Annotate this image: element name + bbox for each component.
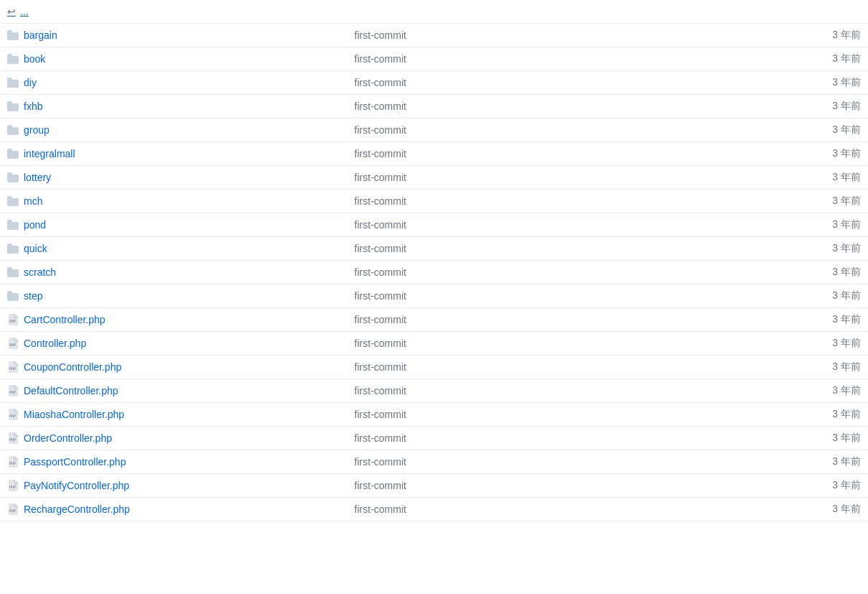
commit-link[interactable]: first-commit bbox=[355, 29, 406, 41]
folder-icon bbox=[7, 220, 19, 230]
file-table: bargain first-commit 3 年前 book first-com… bbox=[0, 24, 868, 521]
commit-link[interactable]: first-commit bbox=[355, 219, 406, 231]
php-file-icon: PHP bbox=[7, 456, 19, 468]
commit-link[interactable]: first-commit bbox=[355, 480, 406, 491]
back-navigation[interactable]: ↩ ... bbox=[0, 0, 868, 24]
file-link[interactable]: PHP RechargeController.php bbox=[7, 503, 340, 515]
commit-cell: first-commit bbox=[347, 71, 738, 95]
table-row: book first-commit 3 年前 bbox=[0, 47, 868, 71]
table-row: PHP PayNotifyController.php first-commit… bbox=[0, 474, 868, 498]
table-row: PHP RechargeController.php first-commit … bbox=[0, 498, 868, 521]
folder-icon bbox=[7, 196, 19, 206]
php-file-icon: PHP bbox=[7, 314, 19, 325]
commit-link[interactable]: first-commit bbox=[355, 338, 406, 349]
commit-link[interactable]: first-commit bbox=[355, 172, 406, 183]
folder-link[interactable]: scratch bbox=[7, 266, 340, 278]
file-link[interactable]: PHP PayNotifyController.php bbox=[7, 480, 340, 491]
commit-cell: first-commit bbox=[347, 166, 738, 190]
commit-link[interactable]: first-commit bbox=[355, 385, 406, 396]
time-cell: 3 年前 bbox=[738, 24, 868, 47]
file-link[interactable]: PHP PassportController.php bbox=[7, 456, 340, 468]
table-row: pond first-commit 3 年前 bbox=[0, 213, 868, 237]
commit-link[interactable]: first-commit bbox=[355, 266, 406, 278]
file-link[interactable]: PHP OrderController.php bbox=[7, 432, 340, 444]
folder-link[interactable]: book bbox=[7, 53, 340, 65]
folder-name: pond bbox=[24, 219, 46, 231]
commit-cell: first-commit bbox=[347, 284, 738, 308]
table-row: scratch first-commit 3 年前 bbox=[0, 261, 868, 284]
folder-name-cell: quick bbox=[0, 237, 347, 261]
folder-name-cell: group bbox=[0, 119, 347, 142]
time-cell: 3 年前 bbox=[738, 119, 868, 142]
back-dots-label: ... bbox=[20, 6, 29, 17]
folder-link[interactable]: pond bbox=[7, 219, 340, 231]
folder-link[interactable]: group bbox=[7, 124, 340, 136]
commit-link[interactable]: first-commit bbox=[355, 243, 406, 254]
commit-cell: first-commit bbox=[347, 47, 738, 71]
folder-link[interactable]: mch bbox=[7, 195, 340, 207]
table-row: integralmall first-commit 3 年前 bbox=[0, 142, 868, 166]
table-row: PHP PassportController.php first-commit … bbox=[0, 450, 868, 474]
file-name: RechargeController.php bbox=[24, 503, 130, 515]
file-name: PayNotifyController.php bbox=[24, 480, 129, 491]
folder-link[interactable]: bargain bbox=[7, 29, 340, 41]
commit-link[interactable]: first-commit bbox=[355, 53, 406, 65]
folder-link[interactable]: step bbox=[7, 290, 340, 302]
folder-link[interactable]: diy bbox=[7, 77, 340, 88]
commit-link[interactable]: first-commit bbox=[355, 432, 406, 444]
commit-link[interactable]: first-commit bbox=[355, 77, 406, 88]
commit-link[interactable]: first-commit bbox=[355, 290, 406, 302]
back-arrow-icon: ↩ bbox=[7, 6, 16, 17]
time-cell: 3 年前 bbox=[738, 308, 868, 332]
table-row: PHP CartController.php first-commit 3 年前 bbox=[0, 308, 868, 332]
folder-icon bbox=[7, 267, 19, 277]
folder-link[interactable]: integralmall bbox=[7, 148, 340, 159]
folder-link[interactable]: fxhb bbox=[7, 101, 340, 112]
commit-link[interactable]: first-commit bbox=[355, 148, 406, 159]
folder-link[interactable]: quick bbox=[7, 243, 340, 254]
file-link[interactable]: PHP MiaoshaController.php bbox=[7, 409, 340, 420]
file-name-cell: PHP OrderController.php bbox=[0, 427, 347, 450]
time-cell: 3 年前 bbox=[738, 190, 868, 213]
folder-name: group bbox=[24, 124, 50, 136]
commit-link[interactable]: first-commit bbox=[355, 195, 406, 207]
svg-text:PHP: PHP bbox=[9, 509, 16, 513]
folder-name: diy bbox=[24, 77, 37, 88]
commit-link[interactable]: first-commit bbox=[355, 361, 406, 373]
commit-link[interactable]: first-commit bbox=[355, 456, 406, 468]
folder-icon bbox=[7, 149, 19, 159]
file-name: PassportController.php bbox=[24, 456, 126, 468]
svg-text:PHP: PHP bbox=[9, 414, 16, 418]
table-row: PHP OrderController.php first-commit 3 年… bbox=[0, 427, 868, 450]
folder-icon bbox=[7, 291, 19, 301]
commit-cell: first-commit bbox=[347, 190, 738, 213]
commit-link[interactable]: first-commit bbox=[355, 124, 406, 136]
file-link[interactable]: PHP DefaultController.php bbox=[7, 385, 340, 396]
folder-name-cell: scratch bbox=[0, 261, 347, 284]
commit-cell: first-commit bbox=[347, 498, 738, 521]
folder-name: bargain bbox=[24, 29, 57, 41]
commit-link[interactable]: first-commit bbox=[355, 409, 406, 420]
file-link[interactable]: PHP Controller.php bbox=[7, 338, 340, 349]
commit-link[interactable]: first-commit bbox=[355, 503, 406, 515]
folder-name: lottery bbox=[24, 172, 51, 183]
php-file-icon: PHP bbox=[7, 432, 19, 444]
time-cell: 3 年前 bbox=[738, 450, 868, 474]
file-name-cell: PHP MiaoshaController.php bbox=[0, 403, 347, 427]
commit-cell: first-commit bbox=[347, 142, 738, 166]
time-cell: 3 年前 bbox=[738, 237, 868, 261]
file-link[interactable]: PHP CartController.php bbox=[7, 314, 340, 325]
time-cell: 3 年前 bbox=[738, 213, 868, 237]
file-name: DefaultController.php bbox=[24, 385, 118, 396]
file-link[interactable]: PHP CouponController.php bbox=[7, 361, 340, 373]
commit-cell: first-commit bbox=[347, 213, 738, 237]
time-cell: 3 年前 bbox=[738, 166, 868, 190]
commit-link[interactable]: first-commit bbox=[355, 101, 406, 112]
folder-link[interactable]: lottery bbox=[7, 172, 340, 183]
folder-name: mch bbox=[24, 195, 42, 207]
folder-name: step bbox=[24, 290, 42, 302]
commit-link[interactable]: first-commit bbox=[355, 314, 406, 325]
svg-text:PHP: PHP bbox=[9, 390, 16, 394]
folder-name-cell: bargain bbox=[0, 24, 347, 47]
commit-cell: first-commit bbox=[347, 119, 738, 142]
